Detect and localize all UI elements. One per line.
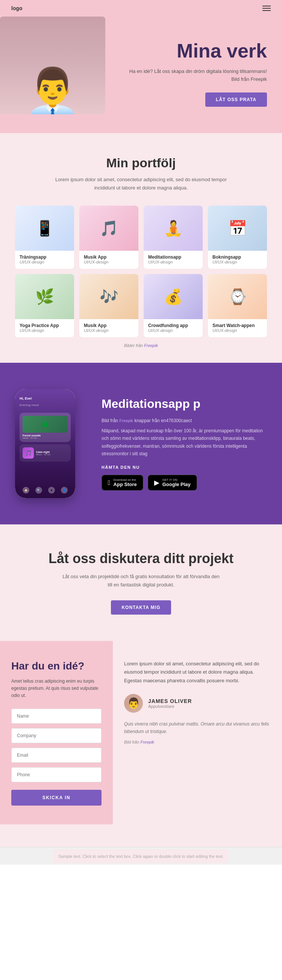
discuss-section: Låt oss diskutera ditt projekt Låt oss v…	[0, 524, 282, 641]
google-play-line1: GET IT ON	[163, 478, 191, 482]
phone-screen: Hi, Eve! Evening mood 🌲 Forest sounds Sl…	[15, 389, 75, 498]
portfolio-label-2: Musik App UI/UX-design	[79, 251, 139, 269]
portfolio-title: Min portfölj	[15, 156, 267, 170]
portfolio-item[interactable]: 🧘 Meditationsapp UI/UX-design	[143, 205, 203, 269]
google-play-icon: ▶	[154, 479, 159, 487]
portfolio-item[interactable]: 🎶 Musik App UI/UX-design	[79, 274, 139, 337]
phone-nav-user: 👤	[61, 487, 68, 493]
meditation-cta-label: HÄMTA DEN NU	[102, 465, 267, 469]
portfolio-item[interactable]: 📱 Träningsapp UI/UX-design	[15, 205, 74, 269]
portfolio-thumb-2: 🎵	[79, 205, 139, 251]
portfolio-item-type: UI/UX-design	[148, 260, 198, 264]
meditation-phone: Hi, Eve! Evening mood 🌲 Forest sounds Sl…	[15, 389, 83, 498]
hamburger-line	[263, 8, 271, 9]
portfolio-thumb-3: 🧘	[143, 205, 203, 251]
portfolio-item[interactable]: 💰 Crowdfunding app UI/UX-design	[143, 274, 203, 337]
portfolio-item-name: Träningsapp	[19, 255, 70, 260]
author-avatar: 👨	[124, 694, 143, 713]
freepik-link-med[interactable]: Freepik	[119, 418, 133, 423]
phone-card-image: 🌲	[22, 416, 68, 433]
contact-subtitle: Amet tellus cras adipiscing enim eu turp…	[11, 678, 102, 700]
author-name: JAMES OLIVER	[148, 698, 192, 704]
header: logo	[0, 0, 282, 16]
phone-card-2-sub: Music · 15 min	[36, 453, 51, 456]
portfolio-item-type: UI/UX-design	[19, 328, 70, 332]
portfolio-item-type: UI/UX-design	[148, 328, 198, 332]
portfolio-description: Lorem ipsum dolor sit amet, consectetur …	[51, 175, 231, 192]
google-play-line2: Google Play	[163, 482, 191, 487]
google-play-button[interactable]: ▶ GET IT ON Google Play	[148, 475, 197, 490]
contact-left: Har du en idé? Amet tellus cras adipisci…	[0, 641, 113, 824]
portfolio-item-name: Bokningsapp	[212, 255, 263, 260]
hamburger-line	[263, 6, 271, 6]
phone-nav-heart: ♥	[48, 487, 55, 493]
portfolio-label-8: Smart Watch-appen UI/UX-design	[208, 319, 267, 337]
portfolio-item-name: Crowdfunding app	[148, 323, 198, 328]
app-store-line2: App Store	[113, 482, 137, 487]
phone-card-2-title: Calm night	[36, 451, 51, 453]
company-input[interactable]	[11, 728, 102, 743]
portfolio-item-type: UI/UX-design	[84, 260, 134, 264]
phone-card-1: 🌲 Forest sounds Sleep · 20 min	[19, 413, 71, 442]
app-store-button[interactable]:  Download on the App Store	[102, 475, 143, 490]
app-store-text: Download on the App Store	[113, 478, 137, 487]
portfolio-thumb-1: 📱	[15, 205, 74, 251]
apple-icon: 	[108, 479, 110, 487]
portfolio-thumb-4: 📅	[208, 205, 267, 251]
hero-person-image	[0, 16, 105, 114]
freepik-link-contact[interactable]: Freepik	[140, 740, 154, 744]
discuss-cta-button[interactable]: KONTAKTA MIG	[111, 600, 171, 615]
google-play-text: GET IT ON Google Play	[163, 478, 191, 487]
portfolio-grid: 📱 Träningsapp UI/UX-design 🎵 Musik App U…	[15, 205, 267, 337]
name-input[interactable]	[11, 709, 102, 724]
store-buttons:  Download on the App Store ▶ GET IT ON …	[102, 475, 267, 490]
portfolio-item-type: UI/UX-design	[212, 260, 263, 264]
submit-button[interactable]: SKICKA IN	[11, 790, 102, 806]
testimonial-text: Lorem ipsum dolor sit amet, consectetur …	[124, 660, 271, 684]
portfolio-label-6: Musik App UI/UX-design	[79, 319, 139, 337]
portfolio-item-name: Musik App	[84, 255, 134, 260]
portfolio-item[interactable]: 📅 Bokningsapp UI/UX-design	[208, 205, 267, 269]
portfolio-item[interactable]: 🎵 Musik App UI/UX-design	[79, 205, 139, 269]
hero-image	[0, 16, 105, 114]
meditation-section: Hi, Eve! Evening mood 🌲 Forest sounds Sl…	[0, 363, 282, 524]
hero-cta-button[interactable]: LÅT OSS PRATA	[205, 92, 267, 107]
portfolio-label-1: Träningsapp UI/UX-design	[15, 251, 74, 269]
email-input[interactable]	[11, 748, 102, 763]
phone-card-subtitle: Sleep · 20 min	[22, 437, 68, 439]
freepik-link[interactable]: Freepik	[144, 343, 158, 348]
meditation-title: Meditationsapp p	[102, 396, 267, 411]
portfolio-item[interactable]: 🌿 Yoga Practice App UI/UX-design	[15, 274, 74, 337]
hero-content: Mina verk Ha en idé? Låt oss skapa din d…	[124, 40, 267, 114]
phone-subheader: Evening mood	[19, 403, 39, 407]
portfolio-label-7: Crowdfunding app UI/UX-design	[143, 319, 203, 337]
phone-card-title: Forest sounds	[22, 434, 68, 437]
author-role: Apputvecklare	[148, 704, 192, 709]
portfolio-item-type: UI/UX-design	[19, 260, 70, 264]
discuss-title: Låt oss diskutera ditt projekt	[15, 551, 267, 566]
portfolio-label-4: Bokningsapp UI/UX-design	[208, 251, 267, 269]
portfolio-item-type: UI/UX-design	[212, 328, 263, 332]
testimonial-author: 👨 JAMES OLIVER Apputvecklare	[124, 694, 271, 713]
app-store-line1: Download on the	[113, 478, 137, 482]
phone-nav-home: 🏠	[22, 487, 29, 493]
hamburger-menu[interactable]	[263, 6, 271, 11]
portfolio-item-name: Yoga Practice App	[19, 323, 70, 328]
portfolio-thumb-8: ⌚	[208, 274, 267, 319]
form-phone-group	[11, 767, 102, 782]
contact-title: Har du en idé?	[11, 660, 102, 673]
contact-right: Lorem ipsum dolor sit amet, consectetur …	[113, 641, 282, 824]
phone-header: Hi, Eve!	[19, 396, 32, 400]
phone-input[interactable]	[11, 767, 102, 782]
phone-nav-search: 🔍	[35, 487, 42, 493]
portfolio-thumb-6: 🎶	[79, 274, 139, 319]
testimonial-quote: Quis viverra nibh cras pulvinar mattis. …	[124, 720, 271, 736]
portfolio-item[interactable]: ⌚ Smart Watch-appen UI/UX-design	[208, 274, 267, 337]
logo: logo	[11, 5, 22, 11]
meditation-description: Bild från Freepik knappar från en476300c…	[102, 417, 267, 425]
hero-title: Mina verk	[124, 40, 267, 62]
phone-card-2: 🎵 Calm night Music · 15 min	[19, 444, 71, 461]
hero-section: Mina verk Ha en idé? Låt oss skapa din d…	[0, 16, 282, 133]
hero-description: Ha en idé? Låt oss skapa din dröm digita…	[124, 68, 267, 83]
contact-section: Har du en idé? Amet tellus cras adipisci…	[0, 641, 282, 846]
